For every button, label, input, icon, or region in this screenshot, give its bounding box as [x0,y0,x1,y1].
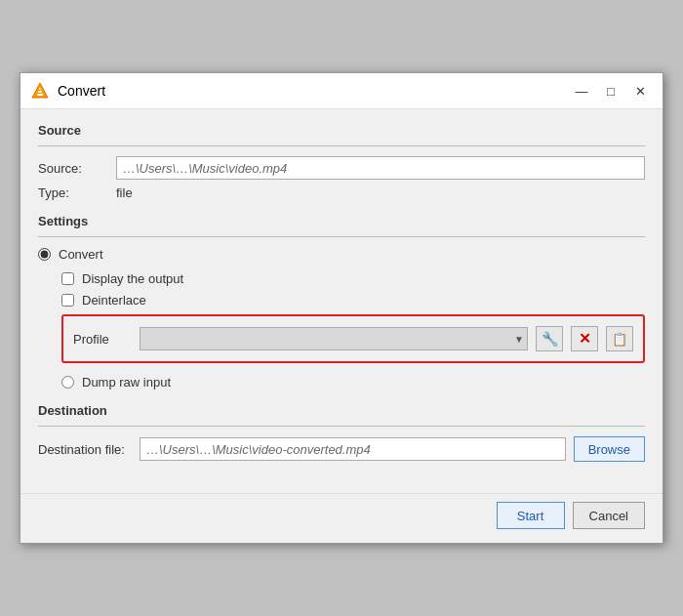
deinterlace-row: Deinterlace [61,293,645,308]
profile-new-btn[interactable]: 📋 [606,326,633,351]
source-row: Source: [38,156,645,180]
destination-section: Destination Destination file: Browse [38,403,645,462]
window-title: Convert [58,83,569,99]
close-button[interactable]: ✕ [627,81,653,101]
convert-radio-row: Convert [38,247,645,262]
button-row: Start Cancel [20,493,663,543]
profile-select[interactable] [140,327,528,350]
svg-rect-3 [39,88,41,90]
type-field-label: Type: [38,185,116,200]
browse-button[interactable]: Browse [574,436,645,462]
source-field-label: Source: [38,161,116,176]
display-output-checkbox[interactable] [61,272,74,285]
profile-box: Profile ▼ 🔧 ✕ 📋 [61,314,645,363]
display-output-row: Display the output [61,271,645,286]
settings-section: Settings Convert Display the output Dein… [38,214,645,390]
minimize-button[interactable]: — [569,81,594,101]
convert-dialog: Convert — □ ✕ Source Source: Type: file … [20,72,663,544]
delete-icon: ✕ [579,330,591,348]
profile-edit-btn[interactable]: 🔧 [536,326,563,351]
new-profile-icon: 📋 [612,332,627,347]
svg-rect-2 [38,91,42,93]
type-row: Type: file [38,185,645,200]
source-section-label: Source [38,123,645,138]
vlc-icon [30,81,50,101]
source-section: Source Source: Type: file [38,123,645,200]
cancel-button[interactable]: Cancel [573,502,645,529]
destination-divider [38,426,645,427]
source-input[interactable] [116,156,645,180]
dialog-content: Source Source: Type: file Settings Conve… [20,109,663,489]
settings-section-label: Settings [38,214,645,228]
start-button[interactable]: Start [497,502,565,529]
profile-delete-btn[interactable]: ✕ [571,326,598,351]
profile-label: Profile [73,332,132,347]
source-divider [38,145,645,146]
display-output-label[interactable]: Display the output [82,271,183,286]
dump-radio[interactable] [61,376,74,389]
destination-section-label: Destination [38,403,645,418]
type-value: file [116,185,133,200]
convert-radio-label[interactable]: Convert [59,247,103,262]
dest-file-label: Destination file: [38,442,132,457]
destination-input[interactable] [140,437,566,461]
svg-rect-1 [37,94,43,96]
maximize-button[interactable]: □ [598,81,623,101]
convert-radio[interactable] [38,248,51,261]
window-controls: — □ ✕ [569,81,653,101]
title-bar: Convert — □ ✕ [20,73,663,109]
deinterlace-checkbox[interactable] [61,294,74,307]
settings-divider [38,236,645,237]
dump-radio-label[interactable]: Dump raw input [82,375,171,390]
dump-radio-row: Dump raw input [61,375,645,390]
destination-row: Destination file: Browse [38,436,645,462]
deinterlace-label[interactable]: Deinterlace [82,293,146,308]
profile-select-wrapper: ▼ [140,327,528,350]
wrench-icon: 🔧 [542,331,558,347]
